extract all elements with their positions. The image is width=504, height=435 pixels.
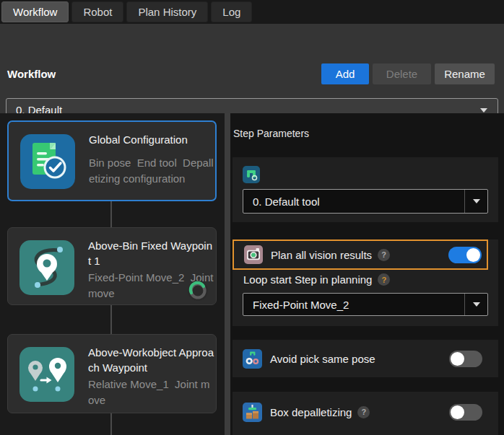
vision-planning-section: Plan all vision results ? Loop start Ste… (233, 240, 498, 326)
delete-button[interactable]: Delete (373, 63, 431, 84)
box-gripper-icon (243, 403, 262, 422)
toggle-knob (451, 405, 464, 419)
step-title: Global Configuration (89, 132, 216, 147)
document-check-icon (20, 134, 75, 189)
box-depalletizing-label: Box depalletizing (270, 406, 352, 418)
loop-start-label: Loop start Step in planning (243, 273, 372, 286)
tab-robot[interactable]: Robot (71, 1, 123, 22)
step-title: Above-Workobject Approach Waypoint (88, 345, 215, 375)
step-subtitle: Relative Move_1 Joint move (88, 377, 215, 408)
toggle-knob (466, 248, 480, 262)
end-tool-section: 0. Default tool (233, 157, 498, 222)
plan-all-vision-results-toggle[interactable] (448, 247, 482, 263)
top-tab-bar: Workflow Robot Plan History Log (0, 0, 504, 24)
step-card-above-bin-fixed-waypoint[interactable]: Above-Bin Fixed Waypoint 1 Fixed-Point M… (7, 227, 217, 305)
box-depalletizing-section: Box depalletizing ? (233, 392, 498, 435)
dropdown-caret-zone[interactable] (464, 190, 487, 213)
box-depalletizing-toggle[interactable] (449, 404, 482, 421)
tab-log[interactable]: Log (211, 1, 252, 22)
avoid-pick-same-pose-section: Avoid pick same pose (233, 340, 498, 377)
tab-plan-history[interactable]: Plan History (126, 1, 208, 22)
avoid-pick-same-pose-toggle[interactable] (449, 351, 482, 367)
add-button[interactable]: Add (321, 63, 369, 84)
help-icon[interactable]: ? (378, 273, 390, 286)
end-tool-dropdown[interactable]: 0. Default tool (243, 189, 488, 214)
plan-all-vision-results-label: Plan all vision results (271, 249, 372, 261)
waypoint-move-icon (19, 347, 74, 402)
chevron-down-icon (480, 108, 487, 113)
step-list-scrollbar[interactable] (225, 113, 230, 435)
step-card-global-configuration[interactable]: Global Configuration Bin pose End tool D… (7, 120, 217, 201)
gears-gripper-icon (243, 349, 262, 369)
step-subtitle: Bin pose End tool Depalletizing configur… (89, 155, 216, 187)
workflow-actions: Add Delete Rename (321, 63, 495, 84)
vision-camera-icon (244, 245, 263, 264)
help-icon[interactable]: ? (378, 249, 390, 261)
workflow-header: Workflow Add Delete Rename 0. Default (0, 24, 504, 113)
plan-all-vision-results-row: Plan all vision results ? (233, 240, 488, 270)
main-area: Global Configuration Bin pose End tool D… (0, 113, 504, 435)
step-list-panel: Global Configuration Bin pose End tool D… (0, 113, 225, 435)
loop-start-dropdown-value: Fixed-Point Move_2 (243, 299, 464, 311)
waypoint-path-icon (19, 240, 74, 295)
dropdown-caret-zone[interactable] (464, 294, 487, 315)
chevron-down-icon (473, 199, 480, 203)
end-tool-icon (243, 166, 260, 183)
end-tool-dropdown-value: 0. Default tool (243, 195, 464, 208)
tab-workflow[interactable]: Workflow (1, 1, 69, 22)
step-card-text: Global Configuration Bin pose End tool D… (89, 132, 216, 187)
chevron-down-icon (473, 302, 480, 307)
toggle-knob (451, 352, 464, 366)
loop-icon (187, 280, 209, 302)
avoid-pick-same-pose-label: Avoid pick same pose (270, 353, 375, 365)
step-card-above-workobject-approach-waypoint[interactable]: Above-Workobject Approach Waypoint Relat… (7, 334, 217, 413)
rename-button[interactable]: Rename (435, 63, 495, 84)
step-title: Above-Bin Fixed Waypoint 1 (88, 238, 215, 268)
loop-start-label-row: Loop start Step in planning ? (243, 273, 390, 286)
step-parameters-panel: Step Parameters 0. Default tool (230, 113, 504, 435)
page-title: Workflow (7, 68, 56, 80)
help-icon[interactable]: ? (357, 406, 370, 418)
step-card-text: Above-Workobject Approach Waypoint Relat… (88, 345, 215, 408)
loop-start-dropdown[interactable]: Fixed-Point Move_2 (243, 293, 488, 316)
step-parameters-title: Step Parameters (233, 128, 309, 139)
app-window: Workflow Robot Plan History Log Workflow… (0, 0, 504, 435)
